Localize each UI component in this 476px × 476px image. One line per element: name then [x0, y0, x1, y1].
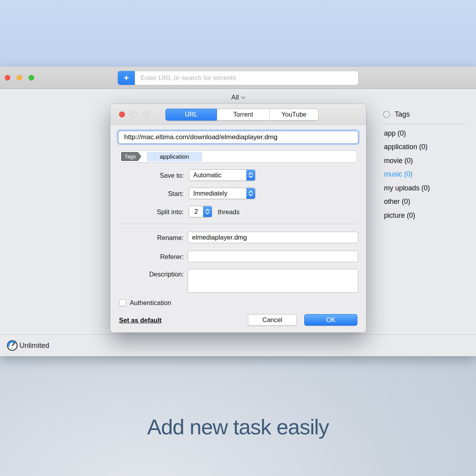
dropdown-arrows-icon [246, 170, 255, 180]
search-input[interactable] [135, 71, 358, 85]
tags-sidebar-divider [383, 124, 466, 124]
tags-input-field[interactable]: Tags application [119, 150, 357, 163]
save-to-label: Save to: [118, 172, 184, 179]
tab-torrent[interactable]: Torrent [217, 109, 270, 121]
dialog-close-button[interactable] [119, 111, 125, 117]
desktop-floor-background: Add new task easily [0, 356, 476, 476]
dialog-traffic-lights [119, 111, 150, 117]
authentication-label: Authentication [130, 299, 171, 307]
sidebar-item-application[interactable]: application (0) [384, 140, 466, 154]
referer-label: Referer: [118, 253, 184, 261]
rename-label: Rename: [118, 234, 184, 242]
desktop-sky-background [0, 0, 476, 67]
referer-input[interactable] [188, 251, 358, 262]
url-search-bar: + [117, 71, 359, 85]
chevron-down-icon [241, 94, 245, 99]
dialog-minimize-button [131, 111, 137, 117]
save-to-value: Automatic [189, 170, 246, 180]
window-titlebar: + [0, 67, 476, 89]
sidebar-item-movie[interactable]: movie (0) [384, 154, 466, 168]
tags-badge: Tags [121, 152, 142, 161]
tab-youtube[interactable]: YouTube [270, 109, 319, 121]
stepper-arrows-icon [203, 206, 212, 217]
threads-count-value: 2 [189, 206, 203, 217]
tab-url[interactable]: URL [165, 109, 217, 121]
cancel-button[interactable]: Cancel [248, 314, 297, 326]
start-value: Immediately [189, 188, 246, 199]
sidebar-item-picture[interactable]: picture (0) [384, 209, 466, 223]
tag-chip-application[interactable]: application [147, 152, 202, 161]
threads-stepper[interactable]: 2 [189, 206, 212, 217]
save-to-dropdown[interactable]: Automatic [189, 169, 255, 181]
authentication-row: Authentication [119, 299, 171, 307]
sidebar-item-music[interactable]: music (0) [384, 168, 466, 182]
description-textarea[interactable] [188, 269, 358, 293]
dropdown-arrows-icon [246, 188, 255, 199]
split-into-label: Split into: [118, 208, 184, 216]
sidebar-item-app[interactable]: app (0) [384, 127, 466, 140]
authentication-checkbox[interactable] [119, 299, 126, 306]
close-button[interactable] [5, 75, 10, 81]
speedometer-icon[interactable] [6, 340, 18, 351]
tags-circle-icon [383, 111, 390, 118]
tags-sidebar: Tags app (0) application (0) movie (0) m… [383, 110, 466, 223]
rename-input[interactable] [188, 232, 358, 243]
threads-suffix-label: threads [218, 208, 240, 216]
sidebar-item-my-uploads[interactable]: my uploads (0) [384, 181, 466, 195]
dialog-divider [118, 224, 358, 224]
dialog-titlebar: URL Torrent YouTube [110, 104, 366, 125]
tags-list: app (0) application (0) movie (0) music … [383, 127, 466, 223]
tags-sidebar-header[interactable]: Tags [383, 110, 466, 119]
start-label: Start: [118, 190, 184, 198]
set-as-default-link[interactable]: Set as default [119, 317, 161, 324]
source-type-tabs: URL Torrent YouTube [165, 109, 319, 121]
dialog-zoom-button [144, 111, 150, 117]
add-task-button[interactable]: + [118, 71, 135, 85]
sidebar-item-other[interactable]: other (0) [384, 195, 466, 209]
ok-button[interactable]: OK [304, 314, 357, 326]
zoom-button[interactable] [29, 75, 34, 81]
description-label: Description: [118, 271, 184, 278]
speed-limit-label[interactable]: Unlimited [19, 342, 49, 350]
tags-sidebar-title: Tags [395, 110, 410, 119]
filter-dropdown[interactable]: All [0, 94, 476, 102]
status-bar: Unlimited [0, 334, 476, 356]
minimize-button[interactable] [17, 75, 22, 81]
download-url-input[interactable] [118, 131, 358, 144]
start-dropdown[interactable]: Immediately [189, 188, 255, 199]
window-traffic-lights [5, 75, 34, 81]
filter-label: All [231, 94, 239, 102]
add-task-dialog: URL Torrent YouTube Tags application Sav… [110, 104, 366, 332]
marketing-caption: Add new task easily [0, 415, 476, 439]
